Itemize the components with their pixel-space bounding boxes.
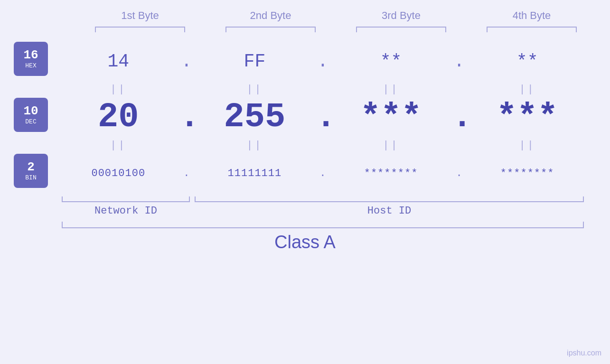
bracket-1	[95, 27, 185, 32]
top-brackets	[75, 27, 597, 32]
badge-bin: 2 BIN	[14, 154, 48, 188]
badge-bin-label: BIN	[25, 174, 36, 181]
byte-headers-row: 1st Byte 2nd Byte 3rd Byte 4th Byte	[75, 9, 597, 22]
bracket-3	[356, 27, 446, 32]
class-label: Class A	[274, 232, 336, 252]
bin-dot3: .	[452, 168, 466, 179]
equals-row-1: || || || ||	[62, 81, 584, 98]
dec-dot2: .	[316, 98, 330, 137]
hex-dot2: .	[316, 51, 330, 72]
bin-byte1: 00010100	[66, 168, 170, 179]
bin-dot1: .	[179, 168, 194, 179]
dec-byte1: 20	[66, 98, 170, 137]
bottom-labels: Network ID Host ID	[62, 205, 584, 217]
network-id-label: Network ID	[62, 205, 190, 217]
badge-hex-number: 16	[23, 48, 38, 62]
hex-dot1: .	[179, 51, 194, 72]
hex-byte1: 14	[66, 51, 170, 72]
eq1-b1: ||	[66, 84, 170, 95]
eq2-b2: ||	[202, 140, 307, 151]
eq2-b3: ||	[339, 140, 443, 151]
badge-bin-number: 2	[27, 160, 35, 174]
byte-header-1: 1st Byte	[88, 9, 192, 22]
hex-byte3: **	[339, 51, 443, 72]
hex-byte4: **	[475, 51, 580, 72]
dec-dot1: .	[179, 98, 194, 137]
hex-byte2: FF	[202, 51, 307, 72]
badge-hex: 16 HEX	[14, 42, 48, 76]
byte-header-2: 2nd Byte	[218, 9, 323, 22]
eq1-b2: ||	[202, 84, 307, 95]
badge-dec-number: 10	[23, 104, 38, 118]
bottom-brackets	[62, 196, 584, 202]
bin-row: 00010100 . 11111111 . ******** . *******…	[62, 154, 584, 192]
main-container: 1st Byte 2nd Byte 3rd Byte 4th Byte 16 H…	[0, 0, 610, 364]
hex-row: 14 . FF . ** . **	[62, 42, 584, 80]
dec-row: 20 . 255 . *** . ***	[62, 98, 584, 136]
eq2-b4: ||	[475, 140, 580, 151]
network-id-bracket	[62, 196, 190, 202]
dec-dot3: .	[452, 98, 466, 137]
bin-byte2: 11111111	[202, 168, 307, 179]
dec-byte3: ***	[339, 98, 443, 137]
hex-dot3: .	[452, 51, 466, 72]
badge-hex-label: HEX	[25, 62, 36, 69]
bin-byte3: ********	[339, 168, 443, 179]
bin-dot2: .	[316, 168, 330, 179]
badge-dec: 10 DEC	[14, 98, 48, 132]
watermark: ipshu.com	[567, 349, 601, 357]
bracket-4	[487, 27, 577, 32]
host-id-bracket	[195, 196, 584, 202]
host-id-label: Host ID	[195, 205, 584, 217]
eq1-b3: ||	[339, 84, 443, 95]
dec-byte4: ***	[475, 98, 580, 137]
bin-byte4: ********	[475, 168, 580, 179]
equals-row-2: || || || ||	[62, 137, 584, 154]
dec-byte2: 255	[202, 98, 307, 137]
byte-header-4: 4th Byte	[479, 9, 584, 22]
class-label-row: Class A	[0, 232, 610, 252]
bracket-2	[225, 27, 316, 32]
eq2-b1: ||	[66, 140, 170, 151]
byte-header-3: 3rd Byte	[349, 9, 453, 22]
class-bracket	[62, 222, 584, 228]
badge-dec-label: DEC	[25, 118, 36, 125]
eq1-b4: ||	[475, 84, 580, 95]
